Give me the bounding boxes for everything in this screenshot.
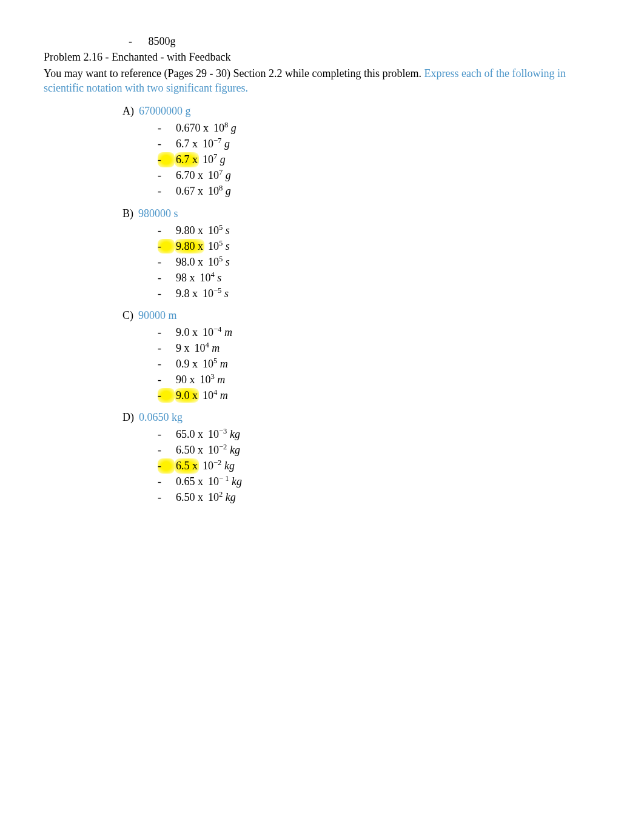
option-dash: - xyxy=(158,239,175,253)
option-exponent: −4 xyxy=(213,325,221,334)
problem-title: Problem 2.16 - Enchanted - with Feedback xyxy=(44,50,600,64)
option-dash: - xyxy=(158,223,175,238)
question-letter: B) xyxy=(122,207,138,220)
option-exponent: −2 xyxy=(213,458,221,467)
option-dash: - xyxy=(158,286,175,301)
option-power: 105 s xyxy=(208,255,230,269)
options-list: -9.80 x 105 s-9.80 x 105 s-98.0 x 105 s-… xyxy=(158,222,600,301)
option-base: 10 xyxy=(200,374,211,386)
option-item: -6.7 x 107 g xyxy=(158,152,600,167)
option-base: 10 xyxy=(208,169,219,181)
options-list: -0.670 x 108 g-6.7 x 10−7 g-6.7 x 107 g-… xyxy=(158,119,600,198)
option-dash: - xyxy=(158,357,175,371)
option-base: 10 xyxy=(203,138,213,150)
option-item: -9.80 x 105 s xyxy=(158,238,600,253)
option-unit: g xyxy=(221,138,230,150)
pre-list-text: 8500g xyxy=(149,35,176,47)
option-exponent: −3 xyxy=(219,427,227,435)
option-power: 105 s xyxy=(208,223,230,238)
question-prompt: 90000 m xyxy=(138,309,177,321)
option-unit: s xyxy=(215,272,222,284)
option-power: 10−2 kg xyxy=(208,443,240,457)
option-item: -98.0 x 105 s xyxy=(158,253,600,269)
option-base: 10 xyxy=(203,326,213,338)
options-list: -9.0 x 10−4 m-9 x 104 m-0.9 x 105 m-90 x… xyxy=(158,324,600,403)
option-base: 10 xyxy=(208,256,219,268)
option-exponent: −2 xyxy=(219,443,227,451)
option-item: -6.50 x 102 kg xyxy=(158,489,600,505)
option-coefficient: 6.70 x xyxy=(175,168,204,183)
option-coefficient: 9.8 x xyxy=(175,286,199,301)
question-letter: C) xyxy=(122,309,138,321)
option-unit: g xyxy=(228,122,236,134)
option-base: 10 xyxy=(208,224,219,236)
option-coefficient: 6.50 x xyxy=(175,490,204,505)
option-unit: g xyxy=(223,169,231,181)
option-coefficient: 65.0 x xyxy=(175,427,204,441)
option-dash: - xyxy=(158,325,175,340)
option-exponent: − 1 xyxy=(219,474,229,483)
option-dash: - xyxy=(158,372,175,387)
option-coefficient: 0.9 x xyxy=(175,357,199,371)
option-item: -9 x 104 m xyxy=(158,340,600,355)
option-coefficient: 9.0 x xyxy=(175,388,199,403)
question-letter: A) xyxy=(122,105,139,117)
option-unit: m xyxy=(215,374,226,386)
option-item: -9.0 x 10−4 m xyxy=(158,324,600,340)
option-unit: s xyxy=(223,224,230,236)
option-unit: g xyxy=(217,153,226,166)
option-dash: - xyxy=(158,270,175,285)
question-prompt: 67000000 g xyxy=(139,105,191,117)
option-unit: g xyxy=(223,185,231,197)
intro-text: You may want to reference (Pages 29 - 30… xyxy=(44,66,600,96)
option-dash: - xyxy=(158,443,175,457)
option-base: 10 xyxy=(208,491,219,503)
option-power: 104 m xyxy=(195,341,220,355)
option-coefficient: 0.65 x xyxy=(175,474,204,489)
option-coefficient: 6.7 x xyxy=(175,136,199,151)
option-dash: - xyxy=(158,427,175,441)
option-unit: m xyxy=(209,342,220,354)
option-coefficient: 0.670 x xyxy=(175,121,210,135)
option-unit: kg xyxy=(227,444,240,456)
option-dash: - xyxy=(158,121,175,135)
option-dash: - xyxy=(158,388,175,403)
option-coefficient: 98 x xyxy=(175,270,196,285)
option-coefficient: 6.7 x xyxy=(175,152,199,167)
option-exponent: −7 xyxy=(213,136,221,145)
option-base: 10 xyxy=(203,389,213,401)
option-item: -9.0 x 104 m xyxy=(158,387,600,403)
option-item: -0.670 x 108 g xyxy=(158,119,600,135)
option-item: -90 x 103 m xyxy=(158,371,600,387)
option-item: -6.7 x 10−7 g xyxy=(158,136,600,152)
option-item: -6.5 x 10−2 kg xyxy=(158,458,600,474)
question-letter: D) xyxy=(122,411,139,423)
option-power: 10−5 s xyxy=(203,286,229,301)
question-header: B)980000 s xyxy=(122,206,600,221)
option-unit: s xyxy=(223,256,230,268)
option-base: 10 xyxy=(195,342,206,354)
option-dash: - xyxy=(158,184,175,198)
option-unit: kg xyxy=(221,460,235,472)
option-power: 105 m xyxy=(203,357,228,371)
option-coefficient: 98.0 x xyxy=(175,255,204,269)
option-coefficient: 9 x xyxy=(175,341,191,355)
option-base: 10 xyxy=(203,358,213,370)
option-base: 10 xyxy=(203,460,213,472)
option-power: 107 g xyxy=(208,168,231,183)
option-power: 10−4 m xyxy=(203,325,232,340)
option-coefficient: 9.80 x xyxy=(175,223,204,238)
option-item: -98 x 104 s xyxy=(158,269,600,285)
option-unit: s xyxy=(223,240,230,252)
option-base: 10 xyxy=(208,185,219,197)
pre-list-item: 8500g xyxy=(129,34,600,49)
option-item: -0.65 x 10− 1 kg xyxy=(158,474,600,489)
option-base: 10 xyxy=(203,153,213,166)
option-unit: kg xyxy=(223,491,236,503)
option-coefficient: 6.50 x xyxy=(175,443,204,457)
question-prompt: 980000 s xyxy=(138,207,178,220)
option-item: -0.9 x 105 m xyxy=(158,355,600,371)
option-power: 103 m xyxy=(200,372,226,387)
option-power: 107 g xyxy=(203,152,226,167)
option-dash: - xyxy=(158,341,175,355)
